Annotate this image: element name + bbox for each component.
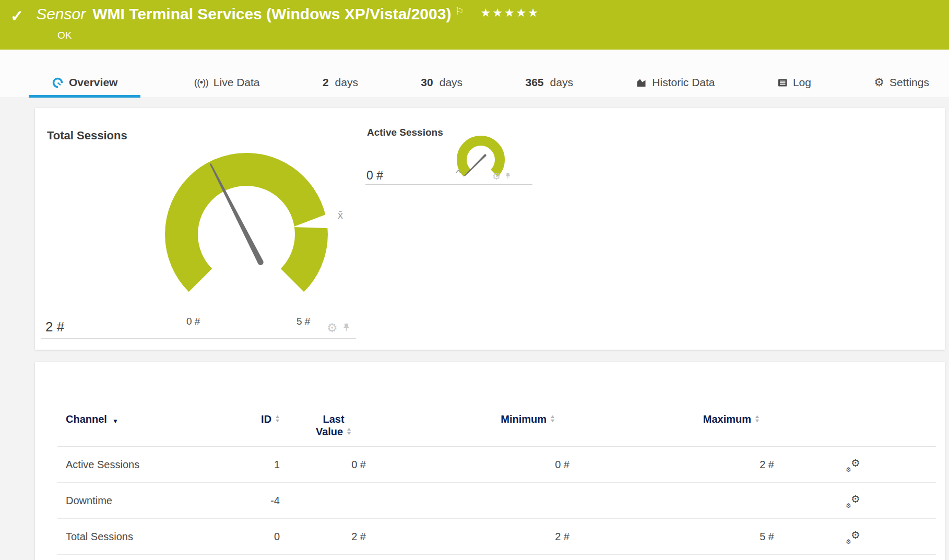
tab-number: 30	[421, 76, 433, 89]
log-list-icon	[778, 78, 788, 87]
total-sessions-gauge-title: Total Sessions	[47, 129, 127, 142]
tab-label: days	[440, 76, 462, 89]
column-header-label: Last	[323, 413, 344, 425]
column-header-channel[interactable]: Channel ▼	[57, 413, 248, 438]
table-row: Total Sessions 0 2 # 2 # 5 # ⚙⚙	[57, 519, 936, 555]
column-header-minimum[interactable]: Minimum ▲▼	[366, 413, 570, 438]
tab-number: 365	[525, 76, 543, 89]
channel-settings-icon[interactable]: ⚙⚙	[846, 494, 860, 507]
gauge-scale-min-label: 0 #	[186, 316, 200, 327]
column-header-label: ID	[261, 413, 271, 425]
tab-label: Live Data	[213, 76, 260, 89]
channel-minimum: 0 #	[366, 459, 570, 471]
tab-settings[interactable]: ⚙ Settings	[864, 76, 939, 98]
average-marker-label: x̄	[338, 209, 343, 221]
sort-arrows-icon: ▲▼	[550, 414, 555, 423]
sort-arrows-icon: ▲▼	[755, 414, 760, 423]
tab-label: days	[335, 76, 358, 89]
tab-log[interactable]: Log	[768, 76, 821, 98]
column-header-label: Minimum	[501, 413, 547, 425]
area-chart-icon	[636, 78, 647, 88]
gauge-icon	[52, 77, 64, 89]
table-row: Active Sessions 1 0 # 0 # 2 # ⚙⚙	[57, 447, 936, 483]
total-sessions-current-value: 2 #	[45, 319, 64, 335]
channel-id: 0	[248, 531, 280, 543]
tab-historic-data[interactable]: Historic Data	[626, 76, 724, 98]
tab-label: Overview	[69, 76, 117, 89]
gear-icon[interactable]: ⚙	[327, 321, 338, 335]
tab-2-days[interactable]: 2 days	[313, 76, 367, 98]
active-sessions-current-value: 0 #	[366, 169, 383, 183]
tab-label: Log	[793, 76, 811, 89]
object-kind-label: Sensor	[36, 5, 86, 23]
status-badge: OK	[57, 30, 72, 41]
channel-id: 1	[248, 459, 280, 471]
sort-caret-icon: ▼	[112, 415, 118, 427]
flag-icon[interactable]: ⚐	[455, 5, 464, 17]
channel-settings-icon[interactable]: ⚙⚙	[846, 458, 860, 471]
page-title: WMI Terminal Services (Windows XP/Vista/…	[92, 5, 451, 23]
channel-name: Downtime	[57, 495, 248, 507]
pin-icon[interactable]	[505, 172, 511, 182]
channel-last-value: 0 #	[280, 459, 366, 471]
table-header-row: Channel ▼ ID ▲▼ Last Value ▲▼ Minimum ▲▼…	[57, 362, 936, 447]
sort-arrows-icon: ▲▼	[275, 414, 280, 423]
channel-name: Total Sessions	[57, 531, 248, 543]
column-header-label: Maximum	[703, 413, 751, 425]
column-header-id[interactable]: ID ▲▼	[248, 413, 280, 438]
channel-id: -4	[248, 495, 280, 507]
live-data-icon: ((•))	[194, 77, 208, 88]
gauge-scale-max-label: 5 #	[296, 316, 310, 327]
tab-bar: Overview ((•)) Live Data 2 days 30 days …	[0, 50, 949, 98]
total-sessions-gauge	[150, 140, 353, 313]
channel-table: Channel ▼ ID ▲▼ Last Value ▲▼ Minimum ▲▼…	[57, 362, 936, 555]
column-header-maximum[interactable]: Maximum ▲▼	[570, 413, 774, 438]
channels-panel: Channel ▼ ID ▲▼ Last Value ▲▼ Minimum ▲▼…	[35, 362, 945, 560]
gear-icon: ⚙	[874, 77, 884, 88]
tab-number: 2	[323, 76, 329, 89]
channel-minimum: 2 #	[366, 531, 570, 543]
gauges-panel: Total Sessions x̄ 0 # 5 # 2 # ⚙ Active S…	[35, 108, 945, 350]
tab-live-data[interactable]: ((•)) Live Data	[185, 76, 269, 98]
active-sessions-gauge-title: Active Sessions	[367, 127, 443, 138]
column-header-label: Value	[316, 425, 343, 438]
channel-maximum: 2 #	[570, 459, 774, 471]
divider	[41, 338, 356, 339]
column-header-label: Channel	[66, 413, 107, 425]
status-check-icon: ✓	[10, 7, 23, 25]
channel-maximum: 5 #	[570, 531, 774, 543]
sort-arrows-icon: ▲▼	[347, 427, 351, 438]
gear-icon[interactable]: ⚙	[492, 171, 501, 182]
sensor-status-header: ✓ Sensor WMI Terminal Services (Windows …	[0, 0, 949, 50]
divider	[365, 184, 532, 185]
tab-overview[interactable]: Overview	[29, 76, 140, 98]
tab-label: Settings	[889, 76, 929, 89]
column-header-last-value[interactable]: Last Value ▲▼	[301, 413, 366, 438]
tab-label: Historic Data	[652, 76, 715, 89]
channel-settings-icon[interactable]: ⚙⚙	[846, 530, 860, 543]
channel-last-value: 2 #	[280, 531, 366, 543]
active-sessions-gauge	[452, 131, 509, 188]
pin-icon[interactable]	[342, 323, 350, 334]
table-row: Downtime -4 ⚙⚙	[57, 483, 936, 519]
tab-365-days[interactable]: 365 days	[516, 76, 582, 98]
priority-stars[interactable]: ★★★★★	[480, 6, 540, 20]
tab-label: days	[550, 76, 573, 89]
tab-30-days[interactable]: 30 days	[411, 76, 472, 98]
channel-name: Active Sessions	[57, 459, 248, 471]
